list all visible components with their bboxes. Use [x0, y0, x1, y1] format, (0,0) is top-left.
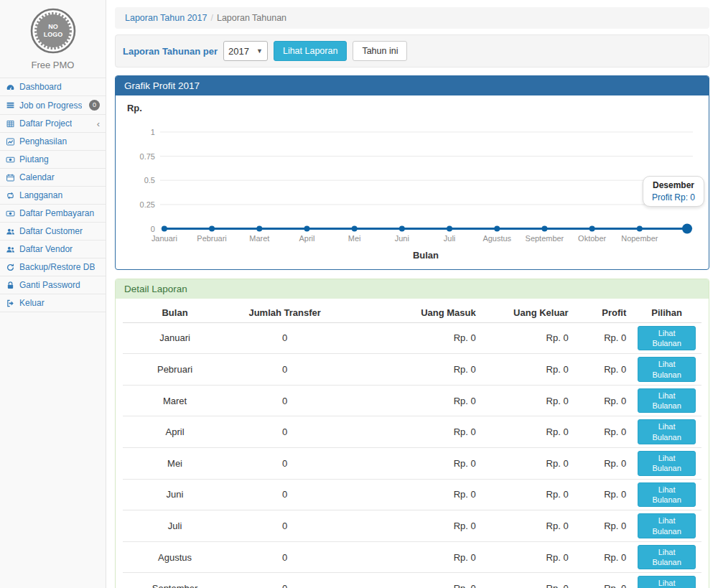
table-row: Januari0Rp. 0Rp. 0Rp. 0Lihat Bulanan [123, 322, 701, 354]
cell-bulan: Mei [123, 448, 227, 480]
chart-point[interactable] [682, 224, 692, 234]
cell-uang-masuk: Rp. 0 [342, 479, 481, 510]
table-row: September0Rp. 0Rp. 0Rp. 0Lihat Bulanan [123, 573, 701, 588]
y-axis-tick: 1 [151, 128, 155, 136]
sidebar-item-label: Dashboard [19, 82, 62, 92]
chart-point[interactable] [637, 226, 643, 232]
sidebar-item-label: Job on Progress [19, 101, 82, 111]
no-logo-badge-icon: NO LOGO [29, 7, 77, 55]
cell-uang-masuk: Rp. 0 [342, 385, 481, 416]
sidebar-item-label: Langganan [19, 190, 62, 200]
y-axis-tick: 0.75 [140, 152, 155, 161]
sidebar-item-backup-restore-db[interactable]: Backup/Restore DB [0, 258, 106, 276]
sidebar-item-label: Ganti Password [19, 280, 80, 290]
sidebar-item-daftar-pembayaran[interactable]: Daftar Pembayaran [0, 205, 106, 223]
tahun-ini-button[interactable]: Tahun ini [353, 41, 407, 61]
chevron-left-icon: ‹ [97, 119, 100, 129]
sidebar-item-job-on-progress[interactable]: Job on Progress0 [0, 96, 106, 115]
chart-point[interactable] [209, 226, 215, 232]
chart-tooltip: Desember Profit Rp: 0 [643, 176, 704, 207]
detail-laporan-panel-title: Detail Laporan [116, 279, 709, 299]
sidebar-item-label: Piutang [19, 154, 49, 164]
sidebar-item-calendar[interactable]: Calendar [0, 169, 106, 187]
money-icon [6, 209, 15, 218]
laporan-table-header-row: Bulan Jumlah Transfer Uang Masuk Uang Ke… [123, 303, 701, 323]
caret-down-icon: ▼ [256, 47, 263, 55]
col-header-uang-masuk: Uang Masuk [342, 303, 481, 323]
breadcrumb-current: Laporan Tahunan [217, 13, 286, 23]
lihat-bulanan-button[interactable]: Lihat Bulanan [638, 451, 696, 476]
sidebar-item-daftar-vendor[interactable]: Daftar Vendor [0, 241, 106, 258]
chart-point[interactable] [589, 226, 595, 232]
breadcrumb-link-laporan-tahun[interactable]: Laporan Tahun 2017 [125, 13, 207, 23]
cell-profit: Rp. 0 [574, 385, 633, 416]
lihat-bulanan-button[interactable]: Lihat Bulanan [638, 545, 696, 570]
x-axis-tick: Nopember [621, 234, 658, 243]
cell-uang-masuk: Rp. 0 [342, 510, 481, 542]
cell-profit: Rp. 0 [574, 479, 633, 510]
chart-tooltip-value: Profit Rp: 0 [652, 192, 695, 202]
cell-profit: Rp. 0 [574, 416, 633, 448]
sidebar-item-label: Daftar Pembayaran [19, 208, 94, 218]
lihat-bulanan-button[interactable]: Lihat Bulanan [638, 513, 696, 538]
sidebar-item-daftar-customer[interactable]: Daftar Customer [0, 223, 106, 241]
table-row: Pebruari0Rp. 0Rp. 0Rp. 0Lihat Bulanan [123, 354, 701, 386]
sidebar-item-piutang[interactable]: Piutang [0, 151, 106, 169]
cell-bulan: Agustus [123, 541, 227, 573]
dashboard-icon [6, 83, 15, 92]
cell-pilihan: Lihat Bulanan [632, 322, 701, 354]
lihat-bulanan-button[interactable]: Lihat Bulanan [638, 576, 696, 588]
cell-bulan: Maret [123, 385, 227, 416]
chart-point[interactable] [494, 226, 500, 232]
lihat-bulanan-button[interactable]: Lihat Bulanan [638, 482, 696, 508]
cell-uang-keluar: Rp. 0 [482, 479, 574, 510]
cell-uang-keluar: Rp. 0 [482, 416, 574, 448]
cell-uang-keluar: Rp. 0 [482, 385, 574, 416]
lihat-bulanan-button[interactable]: Lihat Bulanan [638, 419, 696, 444]
sidebar-item-ganti-password[interactable]: Ganti Password [0, 276, 106, 294]
y-axis-tick: 0.5 [144, 176, 155, 185]
main-content: Laporan Tahun 2017/Laporan Tahunan Lapor… [106, 0, 718, 588]
chart-point[interactable] [541, 226, 547, 232]
lihat-bulanan-button[interactable]: Lihat Bulanan [638, 326, 696, 351]
sidebar-item-label: Keluar [19, 298, 45, 308]
sidebar-item-penghasilan[interactable]: Penghasilan [0, 133, 106, 151]
sidebar-item-dashboard[interactable]: Dashboard [0, 78, 106, 96]
cell-jumlah-transfer: 0 [227, 541, 342, 573]
table-row: Agustus0Rp. 0Rp. 0Rp. 0Lihat Bulanan [123, 541, 701, 573]
svg-text:LOGO: LOGO [43, 31, 62, 38]
sidebar-item-daftar-project[interactable]: Daftar Project‹ [0, 115, 106, 133]
cell-pilihan: Lihat Bulanan [632, 448, 701, 480]
lihat-bulanan-button[interactable]: Lihat Bulanan [638, 388, 696, 414]
chart-point[interactable] [399, 226, 405, 232]
svg-text:NO: NO [48, 23, 58, 30]
sidebar-item-langganan[interactable]: Langganan [0, 187, 106, 205]
lock-icon [6, 281, 15, 290]
lihat-bulanan-button[interactable]: Lihat Bulanan [638, 357, 696, 382]
cell-jumlah-transfer: 0 [227, 322, 342, 354]
cell-bulan: Januari [123, 322, 227, 354]
lihat-laporan-button[interactable]: Lihat Laporan [274, 41, 347, 61]
chart-point[interactable] [352, 226, 358, 232]
profit-line-chart[interactable]: Rp.00.250.50.751JanuariPebruariMaretApri… [123, 100, 701, 263]
chart-point[interactable] [256, 226, 262, 232]
profit-chart-panel-title: Grafik Profit 2017 [116, 76, 709, 95]
cell-uang-masuk: Rp. 0 [342, 416, 481, 448]
chart-point[interactable] [447, 226, 452, 232]
detail-laporan-panel: Detail Laporan Bulan Jumlah Transfer Uan… [115, 279, 709, 588]
chart-point[interactable] [162, 226, 167, 232]
table-row: April0Rp. 0Rp. 0Rp. 0Lihat Bulanan [123, 416, 701, 448]
sidebar-item-keluar[interactable]: Keluar [0, 294, 106, 312]
cell-jumlah-transfer: 0 [227, 573, 342, 588]
sign-out-icon [6, 299, 15, 308]
content-row: NO LOGO Free PMO DashboardJob on Progres… [0, 0, 718, 588]
cell-uang-masuk: Rp. 0 [342, 573, 481, 588]
chart-point[interactable] [304, 226, 309, 232]
year-filter-label: Laporan Tahunan per [123, 46, 218, 57]
x-axis-tick: Mei [348, 234, 361, 243]
cell-bulan: April [123, 416, 227, 448]
col-header-uang-keluar: Uang Keluar [482, 303, 574, 323]
cell-jumlah-transfer: 0 [227, 448, 342, 480]
year-select[interactable]: 2017 ▼ [223, 41, 268, 61]
sidebar-item-label: Daftar Vendor [19, 244, 73, 254]
